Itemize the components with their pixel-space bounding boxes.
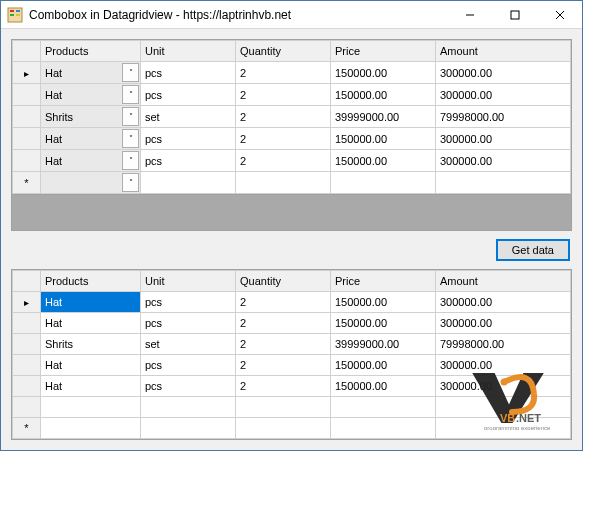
table-row[interactable]: Shritsset239999000.0079998000.00: [13, 334, 571, 355]
table-row[interactable]: Hatpcs2150000.00300000.00: [13, 376, 571, 397]
product-combobox[interactable]: Shrits˅: [41, 106, 141, 128]
row-header[interactable]: [13, 376, 41, 397]
cell-product[interactable]: Hat: [41, 292, 141, 313]
col-quantity[interactable]: Quantity: [236, 271, 331, 292]
cell-amount[interactable]: 300000.00: [436, 128, 571, 150]
cell-unit[interactable]: pcs: [141, 376, 236, 397]
table-row[interactable]: Shrits˅set239999000.0079998000.00: [13, 106, 571, 128]
cell-quantity[interactable]: 2: [236, 313, 331, 334]
cell-amount[interactable]: [436, 172, 571, 194]
table-row[interactable]: Hat˅pcs2150000.00300000.00: [13, 128, 571, 150]
cell-amount[interactable]: 79998000.00: [436, 106, 571, 128]
cell-unit[interactable]: pcs: [141, 84, 236, 106]
cell-amount[interactable]: 300000.00: [436, 355, 571, 376]
row-header[interactable]: [13, 397, 41, 418]
cell-amount[interactable]: 300000.00: [436, 376, 571, 397]
product-combobox[interactable]: Hat˅: [41, 84, 141, 106]
table-row[interactable]: Hat˅pcs2150000.00300000.00: [13, 84, 571, 106]
row-header-corner[interactable]: [13, 41, 41, 62]
cell-unit[interactable]: set: [141, 106, 236, 128]
row-header[interactable]: *: [13, 172, 41, 194]
title-bar[interactable]: Combobox in Datagridview - https://laptr…: [1, 1, 582, 29]
cell-unit[interactable]: pcs: [141, 355, 236, 376]
datagridview-input[interactable]: Products Unit Quantity Price Amount ▸Hat…: [11, 39, 572, 231]
col-amount[interactable]: Amount: [436, 271, 571, 292]
product-combobox[interactable]: Hat˅: [41, 128, 141, 150]
close-button[interactable]: [537, 1, 582, 29]
cell-quantity[interactable]: 2: [236, 62, 331, 84]
col-unit[interactable]: Unit: [141, 41, 236, 62]
chevron-down-icon[interactable]: ˅: [122, 85, 139, 104]
cell-unit[interactable]: set: [141, 334, 236, 355]
cell-price[interactable]: 150000.00: [331, 376, 436, 397]
col-amount[interactable]: Amount: [436, 41, 571, 62]
cell-unit[interactable]: pcs: [141, 292, 236, 313]
chevron-down-icon[interactable]: ˅: [122, 63, 139, 82]
chevron-down-icon[interactable]: ˅: [122, 151, 139, 170]
col-price[interactable]: Price: [331, 271, 436, 292]
table-row[interactable]: Hatpcs2150000.00300000.00: [13, 355, 571, 376]
cell-price[interactable]: 150000.00: [331, 355, 436, 376]
row-header[interactable]: [13, 355, 41, 376]
cell-quantity[interactable]: 2: [236, 84, 331, 106]
col-products[interactable]: Products: [41, 271, 141, 292]
col-price[interactable]: Price: [331, 41, 436, 62]
cell-quantity[interactable]: 2: [236, 106, 331, 128]
cell-amount[interactable]: 300000.00: [436, 292, 571, 313]
cell-quantity[interactable]: 2: [236, 128, 331, 150]
cell-product[interactable]: Hat: [41, 313, 141, 334]
cell-unit[interactable]: pcs: [141, 150, 236, 172]
minimize-button[interactable]: [447, 1, 492, 29]
row-header[interactable]: [13, 84, 41, 106]
col-products[interactable]: Products: [41, 41, 141, 62]
col-unit[interactable]: Unit: [141, 271, 236, 292]
cell-quantity[interactable]: [236, 172, 331, 194]
cell-unit[interactable]: pcs: [141, 62, 236, 84]
cell-amount[interactable]: 300000.00: [436, 313, 571, 334]
chevron-down-icon[interactable]: ˅: [122, 107, 139, 126]
row-header[interactable]: ▸: [13, 292, 41, 313]
row-header[interactable]: [13, 150, 41, 172]
table-row[interactable]: ▸Hat˅pcs2150000.00300000.00: [13, 62, 571, 84]
cell-unit[interactable]: [141, 172, 236, 194]
cell-price[interactable]: 150000.00: [331, 150, 436, 172]
get-data-button[interactable]: Get data: [496, 239, 570, 261]
cell-amount[interactable]: 300000.00: [436, 62, 571, 84]
cell-quantity[interactable]: 2: [236, 355, 331, 376]
cell-price[interactable]: 150000.00: [331, 84, 436, 106]
table-row[interactable]: Hat˅pcs2150000.00300000.00: [13, 150, 571, 172]
row-header[interactable]: [13, 106, 41, 128]
table-row[interactable]: [13, 397, 571, 418]
cell-amount[interactable]: 79998000.00: [436, 334, 571, 355]
chevron-down-icon[interactable]: ˅: [122, 129, 139, 148]
row-header[interactable]: [13, 313, 41, 334]
cell-quantity[interactable]: 2: [236, 334, 331, 355]
product-combobox[interactable]: Hat˅: [41, 62, 141, 84]
new-row[interactable]: *: [13, 418, 571, 439]
cell-price[interactable]: 39999000.00: [331, 334, 436, 355]
product-combobox[interactable]: ˅: [41, 172, 141, 194]
chevron-down-icon[interactable]: ˅: [122, 173, 139, 192]
cell-product[interactable]: Hat: [41, 355, 141, 376]
col-quantity[interactable]: Quantity: [236, 41, 331, 62]
cell-price[interactable]: [331, 172, 436, 194]
cell-price[interactable]: 150000.00: [331, 292, 436, 313]
cell-price[interactable]: 150000.00: [331, 313, 436, 334]
product-combobox[interactable]: Hat˅: [41, 150, 141, 172]
cell-quantity[interactable]: 2: [236, 376, 331, 397]
cell-amount[interactable]: 300000.00: [436, 150, 571, 172]
maximize-button[interactable]: [492, 1, 537, 29]
cell-product[interactable]: Hat: [41, 376, 141, 397]
row-header-corner[interactable]: [13, 271, 41, 292]
cell-quantity[interactable]: 2: [236, 292, 331, 313]
cell-price[interactable]: 150000.00: [331, 62, 436, 84]
cell-quantity[interactable]: 2: [236, 150, 331, 172]
row-header[interactable]: *: [13, 418, 41, 439]
table-row[interactable]: Hatpcs2150000.00300000.00: [13, 313, 571, 334]
cell-amount[interactable]: 300000.00: [436, 84, 571, 106]
cell-product[interactable]: Shrits: [41, 334, 141, 355]
table-row[interactable]: ▸Hatpcs2150000.00300000.00: [13, 292, 571, 313]
row-header[interactable]: [13, 334, 41, 355]
cell-price[interactable]: 39999000.00: [331, 106, 436, 128]
cell-unit[interactable]: pcs: [141, 128, 236, 150]
